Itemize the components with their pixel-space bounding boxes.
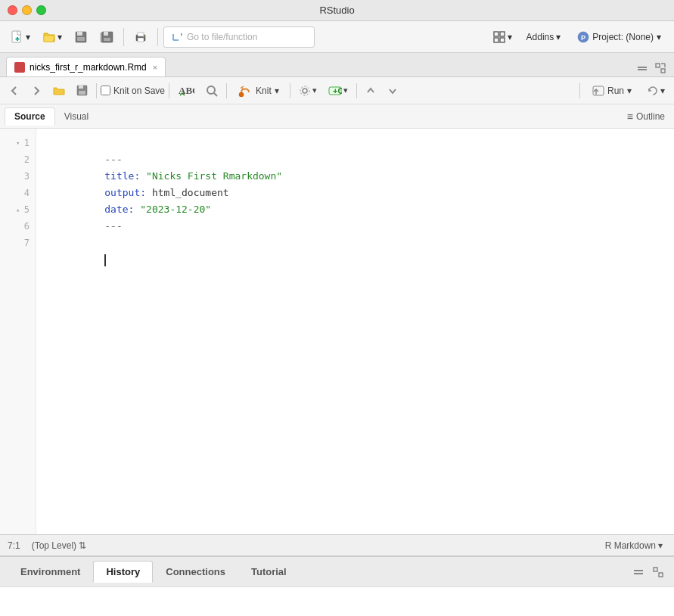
filetype-arrow: ▾ xyxy=(658,540,663,551)
bottom-panel: Environment History Connections Tutorial xyxy=(0,555,674,616)
minimize-button[interactable] xyxy=(22,5,32,15)
svg-rect-42 xyxy=(634,570,643,571)
search-button[interactable] xyxy=(201,81,222,101)
rerun-button[interactable]: ▾ xyxy=(642,81,669,101)
bottom-expand-button[interactable] xyxy=(650,567,666,577)
fold-7 xyxy=(14,239,22,247)
editor-save-icon xyxy=(76,85,88,96)
toolbar-sep-2 xyxy=(157,28,158,46)
spellcheck-icon: ABC xyxy=(178,85,194,97)
svg-rect-0 xyxy=(12,31,20,42)
tab-environment[interactable]: Environment xyxy=(8,561,93,583)
print-button[interactable] xyxy=(129,26,152,48)
layout-arrow: ▾ xyxy=(508,32,512,42)
new-file-button[interactable]: ▾ xyxy=(6,26,35,48)
run-button[interactable]: Run ▾ xyxy=(584,81,640,101)
svg-rect-11 xyxy=(138,33,144,36)
open-file-icon xyxy=(42,30,56,44)
tab-source[interactable]: Source xyxy=(5,107,55,126)
add-chunk-button[interactable]: +C ▾ xyxy=(324,81,353,101)
svg-rect-9 xyxy=(104,38,110,41)
file-tab-name: nicks_first_r_markdown.Rmd xyxy=(30,62,147,73)
tab-visual[interactable]: Visual xyxy=(55,108,98,125)
outline-button[interactable]: ≡ Outline xyxy=(623,108,669,125)
scope-dropdown[interactable]: (Top Level) ⇅ xyxy=(28,539,90,552)
tab-source-label: Source xyxy=(14,111,45,122)
knit-label: Knit xyxy=(256,86,272,96)
line-num-5: ▴ 5 xyxy=(0,201,36,218)
bottom-collapse-button[interactable] xyxy=(630,567,647,577)
collapse-editor-button[interactable] xyxy=(635,63,650,73)
run-icon xyxy=(592,86,604,96)
back-button[interactable] xyxy=(5,81,24,101)
ed-sep-5 xyxy=(356,83,357,98)
editor-toolbar: Knit on Save ABC xyxy=(0,77,674,104)
outline-icon: ≡ xyxy=(627,110,633,123)
tab-tutorial[interactable]: Tutorial xyxy=(238,561,300,583)
tab-close-button[interactable]: × xyxy=(153,63,157,72)
move-down-icon xyxy=(387,86,398,96)
knit-icon xyxy=(238,85,253,97)
code-content[interactable]: --- title: "Nicks First Rmarkdown" outpu… xyxy=(36,129,674,534)
knit-on-save-label[interactable]: Knit on Save xyxy=(101,86,165,96)
run-label: Run xyxy=(607,86,624,96)
knit-button[interactable]: Knit ▾ xyxy=(231,81,286,101)
code-line-1: --- xyxy=(45,135,665,151)
svg-point-36 xyxy=(303,89,307,93)
project-label: Project: (None) xyxy=(592,32,654,42)
move-up-button[interactable] xyxy=(361,81,380,101)
code-line-2: title: "Nicks First Rmarkdown" xyxy=(45,151,665,168)
expand-editor-button[interactable] xyxy=(653,63,668,73)
editor-save-button[interactable] xyxy=(72,81,92,101)
svg-rect-43 xyxy=(634,573,643,574)
show-folder-icon xyxy=(53,86,65,96)
save-button[interactable] xyxy=(70,26,92,48)
file-tab[interactable]: nicks_first_r_markdown.Rmd × xyxy=(6,57,166,76)
svg-marker-14 xyxy=(173,33,182,36)
tab-history-label: History xyxy=(106,566,140,577)
open-file-button[interactable]: ▾ xyxy=(38,26,67,48)
project-button[interactable]: P Project: (None) ▾ xyxy=(570,26,668,48)
scope-label: (Top Level) xyxy=(32,540,76,551)
knit-on-save-checkbox[interactable] xyxy=(101,86,110,95)
line-num-2: 2 xyxy=(0,151,36,168)
code-editor[interactable]: ▾ 1 2 3 4 ▴ 5 xyxy=(0,129,674,534)
maximize-button[interactable] xyxy=(36,5,46,15)
line-numbers: ▾ 1 2 3 4 ▴ 5 xyxy=(0,129,36,534)
forward-button[interactable] xyxy=(26,81,46,101)
tab-tutorial-label: Tutorial xyxy=(251,566,287,577)
rerun-arrow: ▾ xyxy=(660,86,665,96)
svg-line-34 xyxy=(214,93,217,96)
settings-arrow: ▾ xyxy=(312,86,317,95)
filetype-dropdown[interactable]: R Markdown ▾ xyxy=(601,539,666,552)
close-button[interactable] xyxy=(8,5,17,15)
save-all-button[interactable] xyxy=(95,26,118,48)
knit-arrow: ▾ xyxy=(275,86,279,96)
layout-button[interactable]: ▾ xyxy=(488,26,517,48)
svg-rect-12 xyxy=(138,38,144,42)
fold-1[interactable]: ▾ xyxy=(14,139,22,147)
fold-5[interactable]: ▴ xyxy=(14,206,22,213)
line-num-1: ▾ 1 xyxy=(0,135,36,151)
goto-placeholder: Go to file/function xyxy=(187,32,257,42)
status-right: R Markdown ▾ xyxy=(601,539,666,552)
move-up-icon xyxy=(365,86,376,96)
title-bar: RStudio xyxy=(0,0,674,21)
settings-button[interactable]: ▾ xyxy=(294,81,321,101)
addins-button[interactable]: Addins ▾ xyxy=(520,26,568,48)
show-folder-button[interactable] xyxy=(48,81,70,101)
goto-file-button[interactable]: Go to file/function xyxy=(163,26,315,48)
yaml-key-date: date: xyxy=(104,204,134,215)
bottom-content xyxy=(0,587,674,616)
move-down-button[interactable] xyxy=(383,81,402,101)
tab-environment-label: Environment xyxy=(20,566,80,577)
spellcheck-button[interactable]: ABC xyxy=(173,81,199,101)
fold-4 xyxy=(14,189,22,197)
tab-bar: nicks_first_r_markdown.Rmd × xyxy=(0,53,674,77)
forward-icon xyxy=(31,86,42,96)
code-line-6 xyxy=(45,218,665,235)
line-num-4: 4 xyxy=(0,185,36,201)
tab-visual-label: Visual xyxy=(64,111,89,122)
tab-connections[interactable]: Connections xyxy=(153,561,238,583)
tab-history[interactable]: History xyxy=(93,561,153,583)
